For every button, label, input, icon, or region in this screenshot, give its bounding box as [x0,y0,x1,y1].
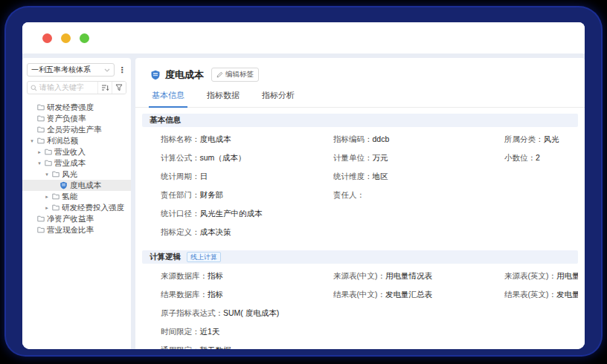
section-header-1: 基本信息 [142,114,578,127]
field-value: sum（成本） [200,153,246,162]
field-cell: 指标名称：度电成本 [161,134,333,145]
tree-item-label: 度电成本 [70,181,101,191]
search-placeholder: 请输入关键字 [39,82,84,93]
field-row: 来源数据库：指标来源表(中文)：用电量情况表来源表(英文)：用电量情况表 [161,267,578,285]
folder-icon-wrap [37,215,45,222]
close-window-button[interactable] [42,33,52,43]
tab-1[interactable]: 基本信息 [150,88,186,107]
tree-item-10[interactable]: ▸研发经费投入强度 [22,202,131,213]
field-label: 来源数据库： [161,271,208,280]
field-row: 计算公式：sum（成本）计量单位：万元小数位：2 [161,149,578,167]
metric-tree: 研发经费强度资产负债率全员劳动生产率▾利润总额▸营业收入▾营业成本▾风光度电成本… [27,102,126,235]
caret-down-icon[interactable]: ▾ [36,160,42,166]
sort-icon [101,84,109,91]
metric-icon [150,70,161,80]
edit-tag-button[interactable]: 编辑标签 [211,68,259,82]
tab-bar: 基本信息指标数据指标分析 [135,88,585,108]
sidebar: 一利五率考核体系 ⋮ 请输入 [22,58,131,349]
browser-mockup-frame: 一利五率考核体系 ⋮ 请输入 [6,7,601,355]
tree-indent [27,152,34,152]
caret-down-icon[interactable]: ▾ [29,138,35,144]
field-label: 结果数据库： [161,290,208,299]
field-label: 结果表(中文)： [333,290,385,299]
calc-mode-tag: 线上计算 [187,252,221,262]
tree-item-8[interactable]: 度电成本 [22,180,131,191]
field-cell: 计算公式：sum（成本） [161,153,333,163]
tree-item-label: 利润总额 [47,136,78,146]
field-value: 地区 [373,172,388,181]
folder-icon [37,126,45,133]
tree-indent [27,196,42,197]
field-row: 结果数据库：指标结果表(中文)：发电量汇总表结果表(英文)：发电量汇总表 [161,285,578,304]
metric-icon-wrap [60,181,68,189]
field-value: 财务部 [200,190,224,199]
field-label: 统计口径： [161,209,200,218]
tree-item-label: 净资产收益率 [47,214,94,224]
field-value: 指标 [208,271,223,280]
field-row: 统计口径：风光生产中的成本 [161,204,578,223]
folder-icon [37,137,45,144]
field-cell: 通用限定：暂无数据 [161,345,333,350]
tree-item-7[interactable]: ▾风光 [22,169,131,180]
tree-item-12[interactable]: 营业现金比率 [22,224,131,235]
minimize-window-button[interactable] [61,33,71,43]
field-value: 风光 [544,134,559,143]
section-title: 基本信息 [150,115,181,126]
tree-indent [27,207,42,208]
caret-right-icon[interactable]: ▸ [44,194,50,200]
tree-item-label: 营业现金比率 [47,225,94,235]
tree-item-label: 营业收入 [54,147,86,157]
tree-item-label: 全员劳动生产率 [47,125,102,135]
caret-right-icon[interactable]: ▸ [44,205,50,211]
window-titlebar [22,22,585,53]
system-select[interactable]: 一利五率考核体系 [27,63,115,77]
sidebar-top-row: 一利五率考核体系 ⋮ [27,63,126,77]
tree-indent [27,163,34,163]
tab-2[interactable]: 指标数据 [205,88,241,107]
field-value: 暂无数据 [200,345,231,350]
field-value: 用电量情况表 [385,271,432,280]
tree-item-4[interactable]: ▾利润总额 [22,135,131,146]
folder-icon-wrap [37,137,45,144]
tree-item-label: 研发经费投入强度 [62,203,124,213]
folder-icon-wrap [45,160,52,166]
field-label: 来源表(英文)： [504,271,556,280]
folder-icon [37,227,45,233]
page-title: 度电成本 [165,68,204,82]
tree-item-6[interactable]: ▾营业成本 [22,157,131,169]
system-select-value: 一利五率考核体系 [31,65,91,75]
tree-item-2[interactable]: 资产负债率 [22,113,131,124]
tree-item-1[interactable]: 研发经费强度 [22,102,131,113]
field-cell: 原子指标表达式：SUM( 度电成本) [161,308,333,319]
field-value: 发电量汇总表 [385,290,432,299]
field-value: 发电量汇总表 [556,290,578,299]
section-title: 计算逻辑 [150,252,181,262]
field-label: 时间限定： [161,327,200,336]
field-cell: 统计维度：地区 [333,172,504,182]
search-icon [30,85,37,91]
field-label: 计量单位： [333,153,373,162]
tree-item-9[interactable]: ▸氢能 [22,191,131,202]
tab-3[interactable]: 指标分析 [260,88,296,107]
folder-icon [45,160,52,166]
field-value: SUM( 度电成本) [223,308,279,317]
search-input[interactable]: 请输入关键字 [28,82,97,94]
caret-right-icon[interactable]: ▸ [36,149,42,155]
tree-item-3[interactable]: 全员劳动生产率 [22,124,131,135]
tree-item-label: 资产负债率 [47,114,86,124]
folder-icon [52,193,60,200]
field-cell: 所属分类：风光 [504,134,578,145]
maximize-window-button[interactable] [80,33,89,43]
field-cell: 结果表(中文)：发电量汇总表 [333,290,504,300]
sort-button[interactable] [97,82,112,94]
section-rows: 指标名称：度电成本指标编码：ddcb所属分类：风光计算公式：sum（成本）计量单… [142,127,578,246]
field-row: 责任部门：财务部责任人： [161,186,578,204]
tree-item-11[interactable]: 净资产收益率 [22,213,131,224]
caret-down-icon[interactable]: ▾ [44,172,50,178]
filter-button[interactable] [112,82,126,94]
field-cell: 指标编码：ddcb [333,134,504,145]
tree-item-5[interactable]: ▸营业收入 [22,146,131,157]
more-menu-button[interactable]: ⋮ [118,66,126,74]
field-row: 原子指标表达式：SUM( 度电成本) [161,304,578,322]
field-label: 指标定义： [161,227,200,236]
